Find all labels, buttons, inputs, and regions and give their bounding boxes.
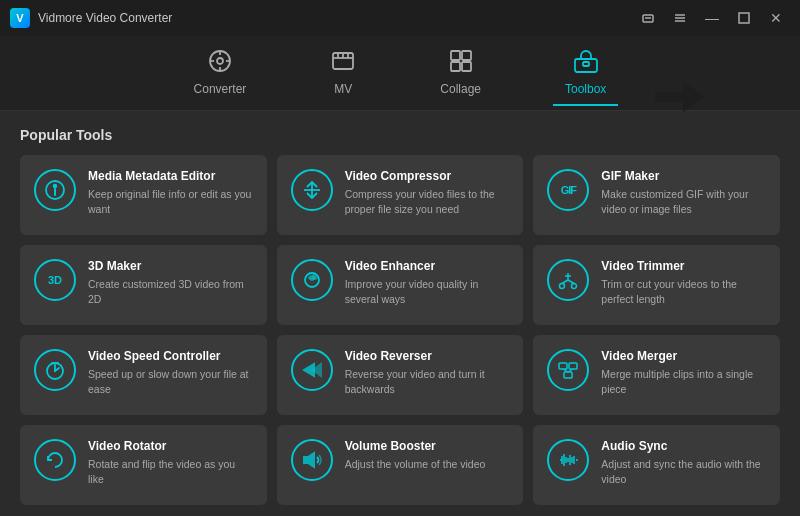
close-button[interactable]: ✕ [762,7,790,29]
tool-desc: Trim or cut your videos to the perfect l… [601,277,766,306]
tool-desc: Adjust the volume of the video [345,457,510,472]
tool-gif-maker[interactable]: GIF GIF Maker Make customized GIF with y… [533,155,780,235]
video-merger-icon [547,349,589,391]
tool-video-speed-controller[interactable]: Video Speed Controller Speed up or slow … [20,335,267,415]
window-controls: — ✕ [634,7,790,29]
tool-media-metadata-editor[interactable]: Media Metadata Editor Keep original file… [20,155,267,235]
tool-grid: Media Metadata Editor Keep original file… [20,155,780,505]
collage-tab-label: Collage [440,82,481,96]
app-title: Vidmore Video Converter [38,11,172,25]
video-reverser-icon [291,349,333,391]
main-content: Popular Tools Media Metadata Editor Keep… [0,111,800,516]
svg-rect-43 [559,363,567,369]
audio-sync-icon [547,439,589,481]
tool-name: Video Trimmer [601,259,766,273]
tool-desc: Create customized 3D video from 2D [88,277,253,306]
svg-rect-20 [462,62,471,71]
tool-desc: Rotate and flip the video as you like [88,457,253,486]
maximize-button[interactable] [730,7,758,29]
converter-tab-label: Converter [194,82,247,96]
section-title: Popular Tools [20,127,780,143]
video-enhancer-icon [291,259,333,301]
tab-toolbox[interactable]: Toolbox [553,40,618,106]
tool-video-rotator[interactable]: Video Rotator Rotate and flip the video … [20,425,267,505]
svg-rect-45 [564,372,572,378]
media-metadata-icon [34,169,76,211]
svg-marker-23 [655,82,705,112]
tool-name: Audio Sync [601,439,766,453]
video-trimmer-icon [547,259,589,301]
tool-desc: Make customized GIF with your video or i… [601,187,766,216]
arrow-annotation [655,80,705,118]
toolbox-icon [573,48,599,78]
svg-point-7 [217,58,223,64]
svg-line-33 [562,280,568,284]
app-icon: V [10,8,30,28]
tool-audio-sync[interactable]: Audio Sync Adjust and sync the audio wit… [533,425,780,505]
video-speed-icon [34,349,76,391]
mv-tab-label: MV [334,82,352,96]
svg-rect-5 [739,13,749,23]
tab-mv[interactable]: MV [318,40,368,106]
title-bar: V Vidmore Video Converter — [0,0,800,36]
video-compressor-icon [291,169,333,211]
tool-desc: Speed up or slow down your file at ease [88,367,253,396]
tool-desc: Improve your video quality in several wa… [345,277,510,306]
svg-rect-22 [583,62,589,66]
svg-point-32 [572,284,577,289]
tool-name: Video Speed Controller [88,349,253,363]
tool-desc: Reverse your video and turn it backwards [345,367,510,396]
3d-maker-icon: 3D [34,259,76,301]
tool-video-enhancer[interactable]: Video Enhancer Improve your video qualit… [277,245,524,325]
tool-volume-booster[interactable]: Volume Booster Adjust the volume of the … [277,425,524,505]
tab-collage[interactable]: Collage [428,40,493,106]
tool-name: Video Enhancer [345,259,510,273]
tool-name: Video Merger [601,349,766,363]
svg-rect-17 [451,51,460,60]
tool-name: Video Rotator [88,439,253,453]
svg-rect-44 [569,363,577,369]
svg-point-26 [54,185,56,187]
tab-converter[interactable]: Converter [182,40,259,106]
caption-button[interactable] [634,7,662,29]
mv-icon [330,48,356,78]
svg-rect-19 [451,62,460,71]
svg-rect-18 [462,51,471,60]
tool-desc: Merge multiple clips into a single piece [601,367,766,396]
tool-name: Media Metadata Editor [88,169,253,183]
tool-name: Video Reverser [345,349,510,363]
tool-desc: Compress your video files to the proper … [345,187,510,216]
svg-point-30 [313,275,317,279]
converter-icon [207,48,233,78]
tool-name: 3D Maker [88,259,253,273]
tool-video-merger[interactable]: Video Merger Merge multiple clips into a… [533,335,780,415]
gif-maker-icon: GIF [547,169,589,211]
video-rotator-icon [34,439,76,481]
tool-video-trimmer[interactable]: Video Trimmer Trim or cut your videos to… [533,245,780,325]
tool-video-reverser[interactable]: Video Reverser Reverse your video and tu… [277,335,524,415]
toolbox-tab-label: Toolbox [565,82,606,96]
tool-name: Video Compressor [345,169,510,183]
svg-line-34 [568,280,574,284]
tool-desc: Adjust and sync the audio with the video [601,457,766,486]
tool-3d-maker[interactable]: 3D 3D Maker Create customized 3D video f… [20,245,267,325]
tool-name: GIF Maker [601,169,766,183]
volume-booster-icon [291,439,333,481]
svg-point-31 [560,284,565,289]
menu-button[interactable] [666,7,694,29]
svg-marker-48 [304,453,314,467]
minimize-button[interactable]: — [698,7,726,29]
tool-name: Volume Booster [345,439,510,453]
tool-video-compressor[interactable]: Video Compressor Compress your video fil… [277,155,524,235]
collage-icon [448,48,474,78]
tool-desc: Keep original file info or edit as you w… [88,187,253,216]
